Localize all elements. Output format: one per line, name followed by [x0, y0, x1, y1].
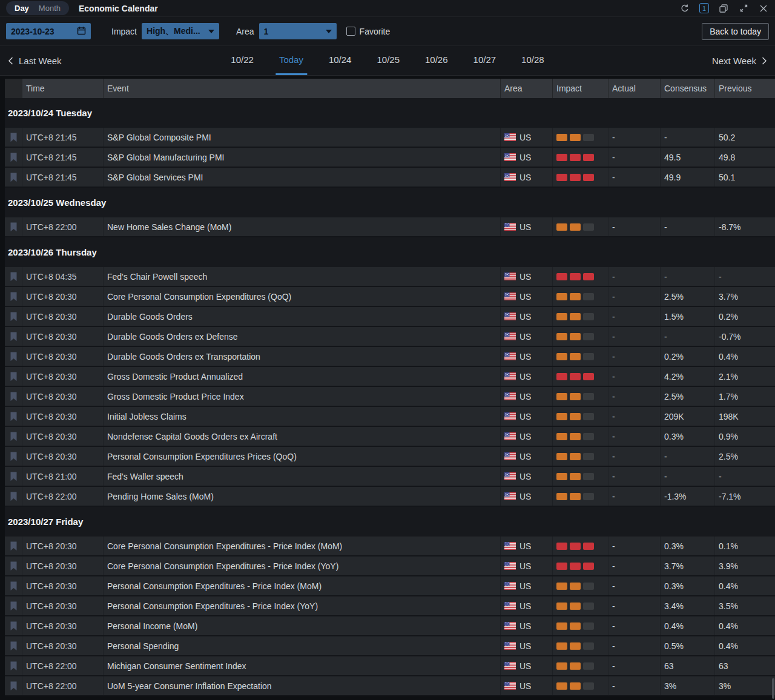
actual-value: - — [608, 616, 660, 635]
impact-select-value: High、Medi... — [147, 26, 200, 37]
title-bar: Day Month Economic Calendar 1 — [0, 0, 775, 17]
table-row[interactable]: UTC+8 21:45S&P Global Composite PMIUS--5… — [5, 128, 775, 148]
area-cell: US — [500, 537, 552, 555]
table-row[interactable]: UTC+8 20:30Durable Goods OrdersUS-1.5%0.… — [5, 307, 775, 327]
bookmark-icon[interactable] — [10, 272, 18, 282]
scrollbar-thumb[interactable] — [772, 678, 774, 699]
column-header-event: Event — [103, 79, 500, 98]
week-day-tab-10-24[interactable]: 10/24 — [325, 46, 355, 75]
close-icon[interactable] — [758, 3, 769, 14]
last-week-button[interactable]: Last Week — [7, 56, 62, 66]
table-row[interactable]: UTC+8 20:30Personal Consumption Expendit… — [5, 596, 775, 616]
bookmark-icon[interactable] — [10, 412, 18, 421]
table-row[interactable]: UTC+8 21:45S&P Global Services PMIUS-49.… — [5, 168, 775, 188]
bookmark-icon[interactable] — [10, 681, 18, 691]
bookmark-icon[interactable] — [10, 541, 18, 551]
event-time: UTC+8 20:30 — [22, 427, 103, 446]
week-day-tab-10-25[interactable]: 10/25 — [373, 46, 403, 75]
table-row[interactable]: UTC+8 20:30Personal SpendingUS-0.5%0.4% — [5, 636, 775, 656]
back-to-today-button[interactable]: Back to today — [702, 23, 769, 40]
area-cell: US — [500, 616, 552, 635]
bookmark-icon[interactable] — [10, 661, 18, 671]
duplicate-window-icon[interactable] — [718, 3, 729, 14]
table-row[interactable]: UTC+8 22:00New Home Sales Change (MoM)US… — [5, 217, 775, 237]
table-row[interactable]: UTC+8 20:30Durable Goods Orders ex Trans… — [5, 347, 775, 367]
bookmark-icon[interactable] — [10, 332, 18, 342]
tab-month[interactable]: Month — [34, 4, 65, 13]
impact-segment — [570, 453, 581, 460]
week-day-tab-10-22[interactable]: 10/22 — [227, 46, 257, 75]
bookmark-icon[interactable] — [10, 153, 18, 162]
table-row[interactable]: UTC+8 20:30Core Personal Consumption Exp… — [5, 287, 775, 307]
event-time: UTC+8 20:30 — [22, 576, 103, 595]
table-row[interactable]: UTC+8 20:30Gross Domestic Product Annual… — [5, 367, 775, 387]
bookmark-icon[interactable] — [10, 312, 18, 322]
us-flag-icon — [504, 332, 516, 340]
table-row[interactable]: UTC+8 20:30Gross Domestic Product Price … — [5, 387, 775, 407]
bookmark-icon[interactable] — [10, 173, 18, 182]
impact-select[interactable]: High、Medi... — [142, 23, 219, 39]
bookmark-icon[interactable] — [10, 472, 18, 481]
window-count-badge[interactable]: 1 — [699, 3, 709, 13]
week-day-tab-10-27[interactable]: 10/27 — [470, 46, 500, 75]
impact-segment — [556, 563, 567, 570]
bookmark-icon[interactable] — [10, 561, 18, 571]
area-label: US — [519, 372, 531, 381]
area-select[interactable]: 1 — [259, 23, 337, 39]
bookmark-icon[interactable] — [10, 392, 18, 401]
impact-segment — [583, 563, 594, 570]
table-row[interactable]: UTC+8 20:30Personal Consumption Expendit… — [5, 576, 775, 596]
bookmark-icon[interactable] — [10, 621, 18, 631]
table-row[interactable]: UTC+8 20:30Nondefense Capital Goods Orde… — [5, 427, 775, 447]
table-row[interactable]: UTC+8 21:00Fed's Waller speechUS--- — [5, 467, 775, 487]
bookmark-cell — [5, 128, 22, 147]
table-row[interactable]: UTC+8 20:30Personal Income (MoM)US-0.4%0… — [5, 616, 775, 636]
bookmark-icon[interactable] — [10, 432, 18, 441]
us-flag-icon — [504, 602, 516, 610]
impact-indicator-medium — [552, 217, 608, 236]
week-day-tab-10-28[interactable]: 10/28 — [518, 46, 548, 75]
bookmark-icon[interactable] — [10, 292, 18, 302]
event-name: Durable Goods Orders ex Defense — [103, 327, 500, 346]
week-day-tab-10-26[interactable]: 10/26 — [421, 46, 452, 75]
tab-day[interactable]: Day — [10, 4, 34, 13]
impact-segment — [583, 603, 594, 610]
table-row[interactable]: UTC+8 20:30Initial Jobless ClaimsUS-209K… — [5, 407, 775, 427]
week-navigation: Last Week 10/22Today10/2410/2510/2610/27… — [0, 46, 775, 76]
impact-segment — [570, 313, 581, 320]
table-row[interactable]: UTC+8 22:00Michigan Consumer Sentiment I… — [5, 656, 775, 676]
refresh-icon[interactable] — [679, 3, 690, 14]
table-row[interactable]: UTC+8 20:30Core Personal Consumption Exp… — [5, 537, 775, 556]
chevron-down-icon — [326, 30, 332, 33]
table-row[interactable]: UTC+8 22:00Pending Home Sales (MoM)US--1… — [5, 487, 775, 507]
date-picker[interactable]: 2023-10-23 — [6, 23, 91, 39]
previous-value: 3.7% — [714, 287, 775, 306]
consensus-value: 0.3% — [660, 427, 714, 446]
table-row[interactable]: UTC+8 21:45S&P Global Manufacturing PMIU… — [5, 148, 775, 168]
us-flag-icon — [504, 562, 516, 570]
table-row[interactable]: UTC+8 20:30Personal Consumption Expendit… — [5, 447, 775, 467]
impact-indicator-medium — [552, 427, 608, 446]
table-row[interactable]: UTC+8 20:30Core Personal Consumption Exp… — [5, 556, 775, 576]
area-cell: US — [500, 347, 552, 366]
bookmark-icon[interactable] — [10, 601, 18, 611]
bookmark-icon[interactable] — [10, 581, 18, 591]
impact-segment — [570, 682, 581, 690]
bookmark-icon[interactable] — [10, 492, 18, 501]
next-week-button[interactable]: Next Week — [712, 56, 768, 66]
table-row[interactable]: UTC+8 20:30Durable Goods Orders ex Defen… — [5, 327, 775, 347]
bookmark-icon[interactable] — [10, 222, 18, 232]
bookmark-icon[interactable] — [10, 452, 18, 461]
previous-value: 3% — [714, 676, 775, 695]
bookmark-icon[interactable] — [10, 133, 18, 142]
bookmark-icon[interactable] — [10, 641, 18, 651]
expand-icon[interactable] — [738, 3, 749, 14]
us-flag-icon — [504, 622, 516, 630]
table-row[interactable]: UTC+8 04:35Fed's Chair Powell speechUS--… — [5, 267, 775, 287]
area-label: US — [519, 412, 531, 421]
table-row[interactable]: UTC+8 22:00UoM 5-year Consumer Inflation… — [5, 676, 775, 696]
favorite-checkbox[interactable] — [346, 27, 355, 36]
week-day-tab-today[interactable]: Today — [275, 46, 307, 75]
bookmark-icon[interactable] — [10, 372, 18, 381]
bookmark-icon[interactable] — [10, 352, 18, 362]
